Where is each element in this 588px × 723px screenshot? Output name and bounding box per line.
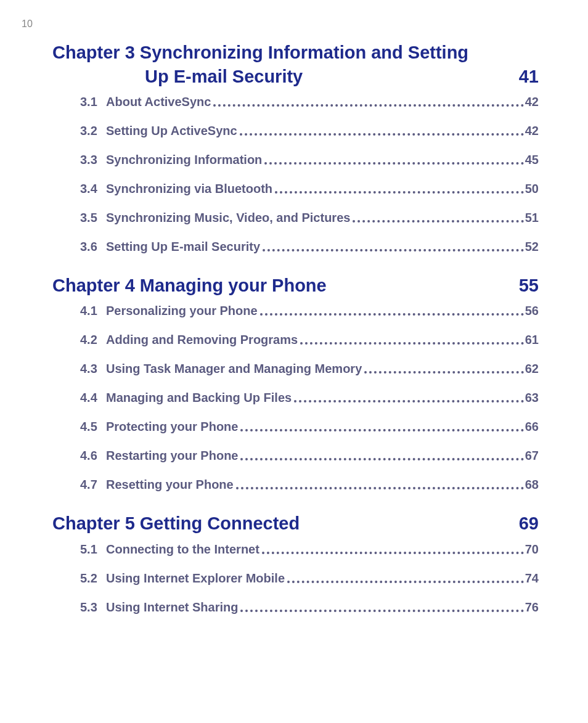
toc-section-page: 63 bbox=[525, 391, 539, 405]
toc-item: 4.2 Adding and Removing Programs 61 bbox=[80, 333, 539, 347]
toc-list: 5.1 Connecting to the Internet 70 5.2 Us… bbox=[52, 542, 539, 615]
toc-item: 3.4 Synchronizing via Bluetooth 50 bbox=[80, 182, 539, 196]
chapter-title-row: Chapter 5 Getting Connected 69 bbox=[52, 512, 539, 536]
toc-list: 3.1 About ActiveSync 42 3.2 Setting Up A… bbox=[52, 95, 539, 254]
toc-list: 4.1 Personalizing your Phone 56 4.2 Addi… bbox=[52, 304, 539, 492]
chapter-title-row: Chapter 4 Managing your Phone 55 bbox=[52, 274, 539, 298]
toc-section-label: Synchronizing Music, Video, and Pictures bbox=[106, 211, 350, 225]
toc-leader-dots bbox=[294, 394, 524, 402]
toc-leader-dots bbox=[264, 156, 523, 165]
toc-item: 4.3 Using Task Manager and Managing Memo… bbox=[80, 362, 539, 376]
toc-section-label: Personalizing your Phone bbox=[106, 304, 258, 318]
toc-section-number: 3.3 bbox=[80, 153, 106, 167]
chapter-page: 69 bbox=[519, 512, 539, 536]
toc-section-number: 4.6 bbox=[80, 449, 106, 463]
toc-section-page: 56 bbox=[525, 304, 539, 318]
toc-item: 5.2 Using Internet Explorer Mobile 74 bbox=[80, 571, 539, 586]
toc-section-number: 4.1 bbox=[80, 304, 106, 318]
toc-section-number: 4.7 bbox=[80, 478, 106, 492]
toc-leader-dots bbox=[240, 452, 523, 460]
toc-section-number: 4.5 bbox=[80, 420, 106, 434]
toc-leader-dots bbox=[240, 423, 523, 431]
toc-item: 5.3 Using Internet Sharing 76 bbox=[80, 600, 539, 615]
toc-leader-dots bbox=[275, 185, 524, 194]
toc-section-label: About ActiveSync bbox=[106, 95, 211, 109]
toc-item: 4.7 Resetting your Phone 68 bbox=[80, 478, 539, 492]
toc-section-number: 3.2 bbox=[80, 124, 106, 138]
toc-item: 4.1 Personalizing your Phone 56 bbox=[80, 304, 539, 318]
toc-section-number: 4.3 bbox=[80, 362, 106, 376]
toc-item: 3.3 Synchronizing Information 45 bbox=[80, 153, 539, 167]
toc-item: 3.2 Setting Up ActiveSync 42 bbox=[80, 124, 539, 138]
toc-leader-dots bbox=[240, 603, 523, 612]
toc-section-page: 50 bbox=[525, 182, 539, 196]
chapter-block: Chapter 3 Synchronizing Information and … bbox=[52, 41, 539, 254]
document-page: 10 Chapter 3 Synchronizing Information a… bbox=[0, 0, 588, 723]
toc-section-number: 5.3 bbox=[80, 600, 106, 615]
toc-leader-dots bbox=[213, 98, 523, 107]
toc-section-number: 3.5 bbox=[80, 211, 106, 225]
toc-item: 4.5 Protecting your Phone 66 bbox=[80, 420, 539, 434]
toc-section-label: Setting Up E-mail Security bbox=[106, 240, 260, 254]
toc-section-label: Using Task Manager and Managing Memory bbox=[106, 362, 362, 376]
toc-leader-dots bbox=[236, 481, 524, 489]
chapter-block: Chapter 4 Managing your Phone 55 4.1 Per… bbox=[52, 274, 539, 492]
toc-leader-dots bbox=[260, 307, 524, 316]
toc-item: 3.1 About ActiveSync 42 bbox=[80, 95, 539, 109]
toc-section-page: 61 bbox=[525, 333, 539, 347]
chapter-title: Chapter 4 Managing your Phone bbox=[52, 274, 327, 298]
toc-section-page: 68 bbox=[525, 478, 539, 492]
toc-section-label: Using Internet Explorer Mobile bbox=[106, 571, 285, 586]
toc-leader-dots bbox=[262, 545, 524, 554]
toc-section-page: 76 bbox=[525, 600, 539, 615]
toc-section-page: 67 bbox=[525, 449, 539, 463]
toc-leader-dots bbox=[364, 365, 523, 374]
chapter-block: Chapter 5 Getting Connected 69 5.1 Conne… bbox=[52, 512, 539, 614]
chapter-title: Chapter 3 Synchronizing Information and … bbox=[52, 41, 539, 89]
toc-item: 5.1 Connecting to the Internet 70 bbox=[80, 542, 539, 557]
toc-leader-dots bbox=[300, 336, 524, 345]
toc-section-number: 3.1 bbox=[80, 95, 106, 109]
chapter-title-line2: Up E-mail Security bbox=[52, 65, 303, 89]
chapter-title-line1: Chapter 3 Synchronizing Information and … bbox=[52, 41, 539, 65]
toc-section-label: Synchronizing via Bluetooth bbox=[106, 182, 272, 196]
toc-section-page: 51 bbox=[525, 211, 539, 225]
toc-section-page: 42 bbox=[525, 124, 539, 138]
toc-section-number: 5.1 bbox=[80, 542, 106, 557]
toc-item: 3.5 Synchronizing Music, Video, and Pict… bbox=[80, 211, 539, 225]
toc-item: 4.4 Managing and Backing Up Files 63 bbox=[80, 391, 539, 405]
chapter-title: Chapter 5 Getting Connected bbox=[52, 512, 300, 536]
toc-item: 4.6 Restarting your Phone 67 bbox=[80, 449, 539, 463]
toc-section-label: Managing and Backing Up Files bbox=[106, 391, 292, 405]
toc-section-page: 62 bbox=[525, 362, 539, 376]
toc-leader-dots bbox=[287, 574, 524, 583]
toc-section-number: 3.4 bbox=[80, 182, 106, 196]
toc-section-page: 66 bbox=[525, 420, 539, 434]
chapter-page: 55 bbox=[519, 274, 539, 298]
toc-section-label: Protecting your Phone bbox=[106, 420, 238, 434]
toc-section-label: Setting Up ActiveSync bbox=[106, 124, 237, 138]
toc-section-page: 45 bbox=[525, 153, 539, 167]
toc-section-page: 52 bbox=[525, 240, 539, 254]
toc-section-label: Adding and Removing Programs bbox=[106, 333, 298, 347]
toc-section-label: Connecting to the Internet bbox=[106, 542, 259, 557]
toc-leader-dots bbox=[240, 127, 524, 136]
toc-leader-dots bbox=[353, 214, 523, 223]
chapter-page: 41 bbox=[519, 65, 539, 89]
toc-section-number: 4.4 bbox=[80, 391, 106, 405]
toc-section-label: Restarting your Phone bbox=[106, 449, 238, 463]
toc-item: 3.6 Setting Up E-mail Security 52 bbox=[80, 240, 539, 254]
page-number: 10 bbox=[22, 18, 539, 30]
toc-section-number: 5.2 bbox=[80, 571, 106, 586]
toc-section-page: 70 bbox=[525, 542, 539, 557]
toc-section-number: 4.2 bbox=[80, 333, 106, 347]
toc-section-label: Using Internet Sharing bbox=[106, 600, 238, 615]
toc-section-page: 74 bbox=[525, 571, 539, 586]
toc-leader-dots bbox=[263, 243, 524, 251]
toc-section-label: Synchronizing Information bbox=[106, 153, 262, 167]
toc-section-label: Resetting your Phone bbox=[106, 478, 234, 492]
toc-section-page: 42 bbox=[525, 95, 539, 109]
toc-section-number: 3.6 bbox=[80, 240, 106, 254]
